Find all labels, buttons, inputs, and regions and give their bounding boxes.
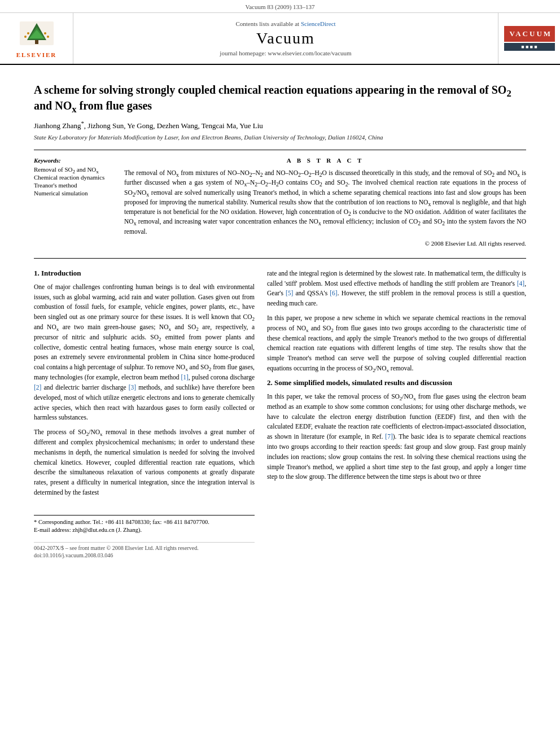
article-authors: Jianhong Zhang*, Jizhong Sun, Ye Gong, D… [34, 121, 526, 130]
homepage-text: journal homepage: www.elsevier.com/locat… [220, 50, 351, 56]
ref-1-link[interactable]: [1] [181, 374, 188, 381]
page-wrapper: Vacuum 83 (2009) 133–137 ELSEVIER [0, 0, 560, 747]
sciencedirect-line: Contents lists available at ScienceDirec… [235, 20, 335, 27]
footer-doi: doi:10.1016/j.vacuum.2008.03.046 [34, 552, 255, 558]
contents-text: Contents lists available at [235, 20, 299, 27]
footer-bar: 0042-207X/$ – see front matter © 2008 El… [34, 542, 255, 551]
section1-heading: 1. Introduction [34, 269, 255, 278]
journal-homepage-line: journal homepage: www.elsevier.com/locat… [220, 50, 351, 56]
ref-3-link[interactable]: [3] [129, 384, 136, 391]
article-affiliation: State Key Laboratory for Materials Modif… [34, 134, 526, 141]
section2-heading: 2. Some simplified models, simulated res… [267, 378, 526, 387]
svg-point-7 [24, 36, 27, 38]
footer-issn: 0042-207X/$ – see front matter © 2008 El… [34, 545, 199, 551]
keyword-3: Treanor's method [34, 182, 113, 189]
svg-point-6 [44, 32, 46, 34]
vacuum-logo-box: VACUUM ■ ■ ■ ■ [498, 13, 560, 64]
sciencedirect-link[interactable]: ScienceDirect [301, 20, 336, 27]
vacuum-logo-sub: ■ ■ ■ ■ [504, 43, 555, 51]
intro-para-1: One of major challenges confronting huma… [34, 282, 255, 423]
footnote-section: * Corresponding author. Tel.: +86 411 84… [34, 515, 255, 533]
journal-center: Contents lists available at ScienceDirec… [73, 13, 498, 64]
intro-para-3-right: rate and the integral region is determin… [267, 269, 526, 309]
abstract-section: Keywords: Removal of SO2 and NOx Chemica… [34, 150, 526, 247]
abstract-heading: A B S T R A C T [124, 157, 526, 164]
ref-5-link[interactable]: [5] [286, 290, 293, 296]
journal-header: ELSEVIER Contents lists available at Sci… [0, 13, 560, 65]
intro-para-4-right: In this paper, we propose a new scheme i… [267, 313, 526, 374]
svg-point-8 [47, 36, 49, 38]
footnote-email: E-mail address: zhjh@dlut.edu.cn (J. Zha… [34, 527, 255, 533]
ref-7-link[interactable]: [7] [385, 433, 392, 440]
abstract-text: The removal of NOx from mixtures of NO–N… [124, 168, 526, 237]
left-column: 1. Introduction One of major challenges … [34, 269, 255, 558]
abstract-column: A B S T R A C T The removal of NOx from … [124, 157, 526, 247]
keyword-2: Chemical reaction dynamics [34, 174, 113, 181]
main-content: A scheme for solving strongly coupled ch… [0, 65, 560, 575]
ref-2-link[interactable]: [2] [34, 384, 41, 391]
copyright-line: © 2008 Elsevier Ltd. All rights reserved… [124, 240, 526, 247]
ref-6-link[interactable]: [6] [330, 290, 337, 296]
body-columns: 1. Introduction One of major challenges … [34, 269, 526, 558]
keywords-label: Keywords: [34, 157, 113, 164]
keyword-1: Removal of SO2 and NOx [34, 166, 113, 173]
section2-para-1: In this paper, we take the removal proce… [267, 392, 526, 482]
footnote-corresponding: * Corresponding author. Tel.: +86 411 84… [34, 519, 255, 525]
section-divider [34, 258, 526, 259]
citation-bar: Vacuum 83 (2009) 133–137 [0, 0, 560, 13]
vacuum-logo: VACUUM [504, 26, 555, 42]
keyword-4: Numerical simulation [34, 190, 113, 196]
elsevier-logo: ELSEVIER [0, 13, 73, 64]
keywords-column: Keywords: Removal of SO2 and NOx Chemica… [34, 157, 113, 247]
article-title: A scheme for solving strongly coupled ch… [34, 82, 526, 113]
journal-title-large: Vacuum [256, 29, 315, 47]
svg-point-5 [27, 32, 29, 34]
elsevier-tree-icon [17, 19, 56, 50]
citation-text: Vacuum 83 (2009) 133–137 [245, 3, 314, 10]
intro-para-2: The process of SO2/NOx removal in these … [34, 427, 255, 498]
elsevier-label: ELSEVIER [16, 51, 57, 58]
ref-4-link[interactable]: [4] [517, 280, 524, 287]
right-column: rate and the integral region is determin… [267, 269, 526, 558]
